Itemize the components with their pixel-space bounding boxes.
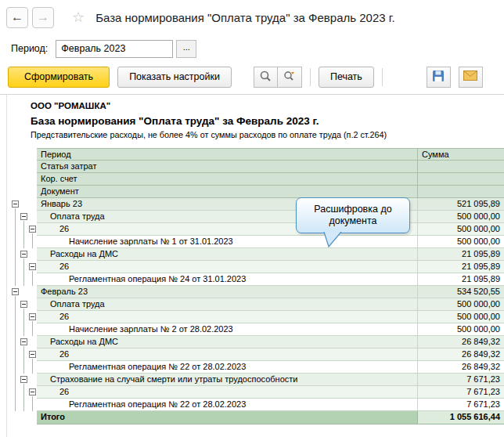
sum-header-cell: Сумма (418, 148, 504, 161)
save-button[interactable] (427, 67, 451, 88)
favorites-star-icon[interactable]: ☆ (72, 9, 85, 26)
tree-gutter (7, 386, 37, 399)
table-row[interactable]: Расходы на ДМС26 849,32 (7, 336, 504, 349)
row-label: Регламентная операция № 24 от 31.01.2023 (37, 273, 418, 286)
collapse-toggle[interactable] (29, 351, 36, 358)
header-row[interactable]: Кор. счет (7, 173, 504, 186)
nav-toolbar: ← → ☆ База нормирования "Оплата труда" з… (0, 0, 504, 34)
report-toolbar: Сформировать Показать настройки Печать (0, 63, 504, 91)
report-title-block: ООО "РОМАШКА" База нормирования "Оплата … (7, 95, 504, 148)
total-sum: 1 055 616,44 (418, 411, 504, 424)
table-row[interactable]: Начисление зарплаты № 1 от 31.01.2023500… (7, 236, 504, 248)
search-next-button[interactable] (278, 67, 302, 88)
row-sum: 500 000,00 (418, 236, 504, 248)
app-window: { "nav": { "back": "←", "forward": "→", … (0, 0, 504, 437)
table-row[interactable]: 267 671,23 (7, 386, 504, 399)
collapse-toggle[interactable] (29, 313, 36, 320)
collapse-toggle[interactable] (20, 376, 27, 383)
table-row[interactable]: Февраль 23534 520,55 (7, 286, 504, 298)
spreadsheet: ООО "РОМАШКА" База нормирования "Оплата … (6, 95, 504, 437)
tree-gutter (7, 261, 37, 273)
period-picker-button[interactable]: ... (176, 40, 196, 58)
collapse-toggle[interactable] (29, 388, 36, 395)
tree-gutter (7, 349, 37, 361)
tree-gutter (7, 248, 37, 261)
email-button[interactable] (459, 67, 483, 88)
collapse-toggle[interactable] (29, 263, 36, 270)
row-label: Расходы на ДМС (37, 248, 418, 261)
table-body: Январь 23521 095,89Оплата труда500 000,0… (7, 198, 504, 411)
row-label: Оплата труда (37, 298, 418, 311)
row-sum: 21 095,89 (418, 261, 504, 273)
table-row[interactable]: Оплата труда500 000,00 (7, 211, 504, 223)
show-settings-button[interactable]: Показать настройки (117, 67, 232, 88)
callout-tail (323, 232, 344, 247)
table-row[interactable]: 26500 000,00 (7, 311, 504, 323)
header-row[interactable]: Статья затрат (7, 161, 504, 173)
row-label: Расходы на ДМС (37, 336, 418, 349)
tree-gutter (7, 273, 37, 286)
header-cell: Статья затрат (37, 161, 418, 173)
save-floppy-icon (432, 70, 445, 85)
tree-gutter (7, 311, 37, 323)
header-row[interactable]: Период Сумма (7, 148, 504, 161)
table-row[interactable]: Регламентная операция № 22 от 28.02.2023… (7, 361, 504, 374)
row-sum: 500 000,00 (418, 311, 504, 323)
search-button[interactable] (254, 67, 278, 88)
header-row[interactable]: Документ (7, 186, 504, 198)
row-sum: 26 849,32 (418, 336, 504, 349)
collapse-toggle[interactable] (20, 251, 27, 258)
callout-text: Расшифровка до документа (306, 204, 400, 227)
row-label: Регламентная операция № 22 от 28.02.2023 (37, 399, 418, 411)
period-label: Период: (11, 43, 48, 54)
toolbar-divider (310, 68, 311, 86)
back-button[interactable]: ← (6, 7, 28, 28)
header-cell: Кор. счет (37, 173, 418, 186)
tree-gutter (7, 236, 37, 248)
table-row[interactable]: Оплата труда500 000,00 (7, 298, 504, 311)
table-row[interactable]: Начисление зарплаты № 2 от 28.02.2023500… (7, 323, 504, 336)
collapse-toggle[interactable] (12, 200, 19, 208)
sum-header-cell (418, 186, 504, 198)
table-row[interactable]: Регламентная операция № 24 от 31.01.2023… (7, 273, 504, 286)
sum-header-cell (418, 173, 504, 186)
tree-gutter (7, 186, 37, 198)
table-row[interactable]: 2626 849,32 (7, 349, 504, 361)
period-input[interactable] (56, 40, 173, 58)
header-cell: Документ (37, 186, 418, 198)
tree-gutter (7, 198, 37, 211)
tree-gutter (7, 161, 37, 173)
row-label: 26 (37, 386, 418, 399)
row-sum: 500 000,00 (418, 323, 504, 336)
table-row[interactable]: Страхование на случай смерти или утраты … (7, 374, 504, 386)
row-sum: 21 095,89 (418, 248, 504, 261)
row-label: 26 (37, 311, 418, 323)
table-row[interactable]: Расходы на ДМС21 095,89 (7, 248, 504, 261)
tree-gutter (7, 211, 37, 223)
table-row-total[interactable]: Итого 1 055 616,44 (7, 411, 504, 424)
search-refresh-icon (283, 70, 296, 85)
row-sum: 21 095,89 (418, 273, 504, 286)
tree-gutter (7, 173, 37, 186)
row-sum: 7 671,23 (418, 399, 504, 411)
table-row[interactable]: 2621 095,89 (7, 261, 504, 273)
header-cell: Период (37, 148, 418, 161)
print-button[interactable]: Печать (319, 67, 374, 88)
row-label: Регламентная операция № 22 от 28.02.2023 (37, 361, 418, 374)
table-row[interactable]: 26500 000,00 (7, 223, 504, 236)
collapse-toggle[interactable] (29, 226, 36, 233)
table-row[interactable]: Январь 23521 095,89 (7, 198, 504, 211)
forward-button[interactable]: → (32, 7, 54, 28)
generate-button[interactable]: Сформировать (8, 67, 110, 88)
collapse-toggle[interactable] (20, 338, 27, 345)
table-row[interactable]: Регламентная операция № 22 от 28.02.2023… (7, 399, 504, 411)
row-sum: 7 671,23 (418, 386, 504, 399)
collapse-toggle[interactable] (20, 213, 27, 220)
collapse-toggle[interactable] (12, 288, 19, 295)
row-sum: 500 000,00 (418, 223, 504, 236)
report-area: ООО "РОМАШКА" База нормирования "Оплата … (0, 94, 504, 437)
report-title: База нормирования "Оплата труда" за Февр… (31, 115, 504, 127)
collapse-toggle[interactable] (20, 301, 27, 308)
tree-gutter (7, 323, 37, 336)
tree-gutter (7, 223, 37, 236)
